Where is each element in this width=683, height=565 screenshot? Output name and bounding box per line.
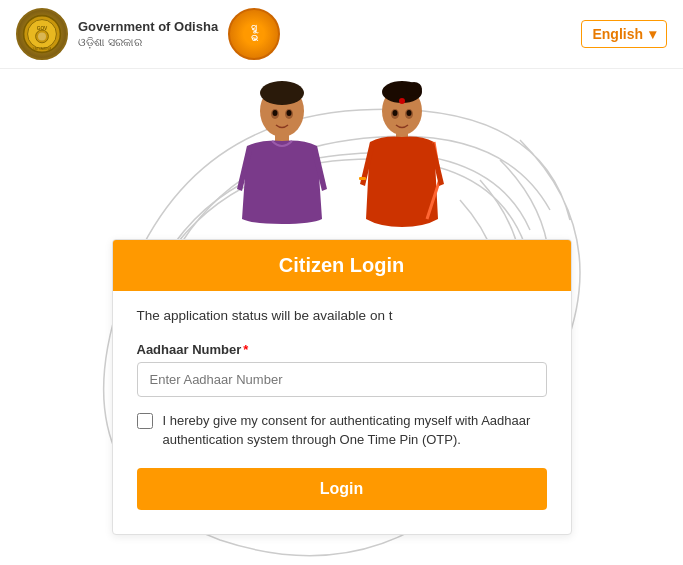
- svg-point-4: [38, 32, 46, 40]
- aadhaar-form-group: Aadhaar Number*: [137, 342, 547, 397]
- male-figure: [222, 79, 342, 239]
- svg-rect-18: [359, 177, 366, 180]
- status-text: The application status will be available…: [137, 307, 547, 326]
- login-card: Citizen Login The application status wil…: [112, 239, 572, 535]
- scheme-icon-text: ସୁଭ: [251, 24, 258, 44]
- consent-text: I hereby give my consent for authenticat…: [163, 411, 547, 450]
- login-button[interactable]: Login: [137, 468, 547, 510]
- svg-text:SATYAMEVA: SATYAMEVA: [33, 47, 53, 51]
- language-label: English: [592, 26, 643, 42]
- consent-group: I hereby give my consent for authenticat…: [137, 411, 547, 450]
- female-figure: [342, 79, 462, 239]
- header-text: Government of Odisha ଓଡ଼ିଶା ସରକାର: [78, 19, 218, 49]
- svg-point-11: [272, 110, 277, 116]
- gov-title: Government of Odisha: [78, 19, 218, 36]
- scheme-logo: ସୁଭ: [228, 8, 280, 60]
- svg-point-22: [406, 110, 411, 116]
- page-wrapper: GOV SATYAMEVA Government of Odisha ଓଡ଼ିଶ…: [0, 0, 683, 565]
- gov-subtitle: ଓଡ଼ିଶା ସରକାର: [78, 36, 218, 49]
- login-card-body: The application status will be available…: [113, 291, 571, 534]
- language-selector[interactable]: English ▾: [581, 20, 667, 48]
- required-star: *: [243, 342, 248, 357]
- svg-point-16: [399, 98, 405, 104]
- consent-checkbox[interactable]: [137, 413, 153, 429]
- login-title: Citizen Login: [133, 254, 551, 277]
- aadhaar-label: Aadhaar Number*: [137, 342, 547, 357]
- login-card-header: Citizen Login: [113, 240, 571, 291]
- header-left: GOV SATYAMEVA Government of Odisha ଓଡ଼ିଶ…: [16, 8, 280, 60]
- svg-point-7: [260, 81, 304, 105]
- svg-point-21: [392, 110, 397, 116]
- aadhaar-input[interactable]: [137, 362, 547, 397]
- header: GOV SATYAMEVA Government of Odisha ଓଡ଼ିଶ…: [0, 0, 683, 69]
- chevron-down-icon: ▾: [649, 26, 656, 42]
- svg-point-15: [406, 82, 422, 96]
- odisha-logo: GOV SATYAMEVA: [16, 8, 68, 60]
- svg-point-12: [286, 110, 291, 116]
- hero-people: [0, 69, 683, 239]
